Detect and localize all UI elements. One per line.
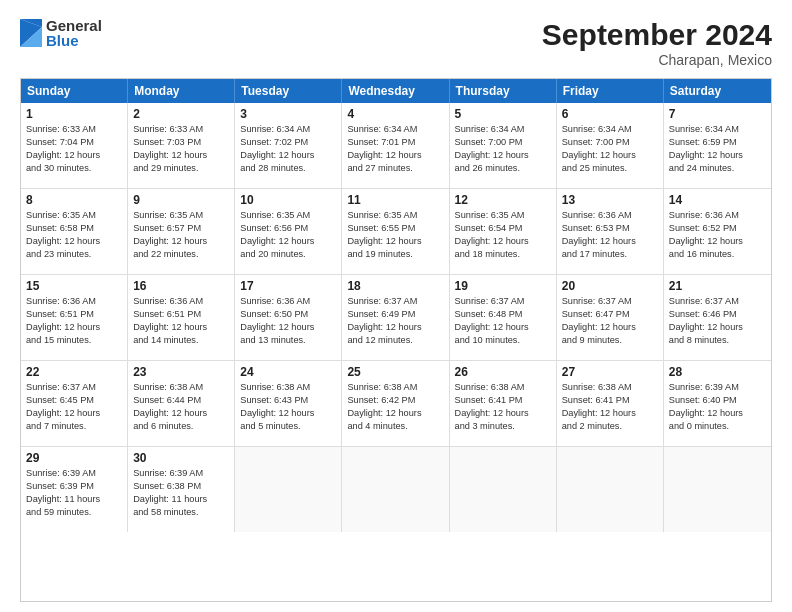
header-wednesday: Wednesday bbox=[342, 79, 449, 103]
sunrise-line: Sunrise: 6:38 AM bbox=[347, 381, 443, 394]
sunrise-line: Sunrise: 6:37 AM bbox=[562, 295, 658, 308]
day-number: 26 bbox=[455, 365, 551, 379]
header-saturday: Saturday bbox=[664, 79, 771, 103]
sunrise-line: Sunrise: 6:35 AM bbox=[240, 209, 336, 222]
cal-cell-2-1: 16Sunrise: 6:36 AMSunset: 6:51 PMDayligh… bbox=[128, 275, 235, 360]
day-number: 24 bbox=[240, 365, 336, 379]
cal-cell-3-4: 26Sunrise: 6:38 AMSunset: 6:41 PMDayligh… bbox=[450, 361, 557, 446]
sunset-line: Sunset: 7:01 PM bbox=[347, 136, 443, 149]
cal-cell-3-3: 25Sunrise: 6:38 AMSunset: 6:42 PMDayligh… bbox=[342, 361, 449, 446]
daylight-line2: and 6 minutes. bbox=[133, 420, 229, 433]
daylight-line2: and 14 minutes. bbox=[133, 334, 229, 347]
day-number: 12 bbox=[455, 193, 551, 207]
daylight-line1: Daylight: 12 hours bbox=[26, 149, 122, 162]
cal-cell-2-2: 17Sunrise: 6:36 AMSunset: 6:50 PMDayligh… bbox=[235, 275, 342, 360]
day-number: 4 bbox=[347, 107, 443, 121]
daylight-line1: Daylight: 12 hours bbox=[26, 407, 122, 420]
cal-cell-4-3 bbox=[342, 447, 449, 532]
daylight-line1: Daylight: 12 hours bbox=[455, 321, 551, 334]
daylight-line1: Daylight: 12 hours bbox=[26, 235, 122, 248]
daylight-line1: Daylight: 12 hours bbox=[240, 321, 336, 334]
daylight-line2: and 25 minutes. bbox=[562, 162, 658, 175]
cal-cell-2-3: 18Sunrise: 6:37 AMSunset: 6:49 PMDayligh… bbox=[342, 275, 449, 360]
daylight-line2: and 15 minutes. bbox=[26, 334, 122, 347]
daylight-line2: and 24 minutes. bbox=[669, 162, 766, 175]
sunset-line: Sunset: 6:39 PM bbox=[26, 480, 122, 493]
daylight-line2: and 30 minutes. bbox=[26, 162, 122, 175]
daylight-line1: Daylight: 12 hours bbox=[669, 321, 766, 334]
sunset-line: Sunset: 6:51 PM bbox=[133, 308, 229, 321]
day-number: 2 bbox=[133, 107, 229, 121]
sunset-line: Sunset: 6:56 PM bbox=[240, 222, 336, 235]
sunset-line: Sunset: 6:55 PM bbox=[347, 222, 443, 235]
sunset-line: Sunset: 6:53 PM bbox=[562, 222, 658, 235]
cal-cell-1-3: 11Sunrise: 6:35 AMSunset: 6:55 PMDayligh… bbox=[342, 189, 449, 274]
daylight-line1: Daylight: 12 hours bbox=[240, 407, 336, 420]
day-number: 19 bbox=[455, 279, 551, 293]
day-number: 18 bbox=[347, 279, 443, 293]
subtitle: Charapan, Mexico bbox=[542, 52, 772, 68]
sunset-line: Sunset: 6:44 PM bbox=[133, 394, 229, 407]
daylight-line2: and 16 minutes. bbox=[669, 248, 766, 261]
day-number: 15 bbox=[26, 279, 122, 293]
sunrise-line: Sunrise: 6:36 AM bbox=[669, 209, 766, 222]
daylight-line2: and 12 minutes. bbox=[347, 334, 443, 347]
daylight-line2: and 10 minutes. bbox=[455, 334, 551, 347]
cal-cell-0-1: 2Sunrise: 6:33 AMSunset: 7:03 PMDaylight… bbox=[128, 103, 235, 188]
day-number: 8 bbox=[26, 193, 122, 207]
sunrise-line: Sunrise: 6:35 AM bbox=[133, 209, 229, 222]
daylight-line1: Daylight: 12 hours bbox=[669, 407, 766, 420]
header-tuesday: Tuesday bbox=[235, 79, 342, 103]
daylight-line2: and 59 minutes. bbox=[26, 506, 122, 519]
day-number: 27 bbox=[562, 365, 658, 379]
daylight-line1: Daylight: 12 hours bbox=[347, 149, 443, 162]
header-thursday: Thursday bbox=[450, 79, 557, 103]
day-number: 16 bbox=[133, 279, 229, 293]
day-number: 3 bbox=[240, 107, 336, 121]
cal-cell-3-2: 24Sunrise: 6:38 AMSunset: 6:43 PMDayligh… bbox=[235, 361, 342, 446]
cal-cell-2-4: 19Sunrise: 6:37 AMSunset: 6:48 PMDayligh… bbox=[450, 275, 557, 360]
daylight-line1: Daylight: 12 hours bbox=[347, 321, 443, 334]
sunrise-line: Sunrise: 6:33 AM bbox=[133, 123, 229, 136]
sunset-line: Sunset: 6:47 PM bbox=[562, 308, 658, 321]
day-number: 13 bbox=[562, 193, 658, 207]
sunrise-line: Sunrise: 6:37 AM bbox=[455, 295, 551, 308]
cal-row-1: 8Sunrise: 6:35 AMSunset: 6:58 PMDaylight… bbox=[21, 189, 771, 275]
sunrise-line: Sunrise: 6:37 AM bbox=[26, 381, 122, 394]
sunrise-line: Sunrise: 6:34 AM bbox=[240, 123, 336, 136]
logo-blue-text: Blue bbox=[46, 33, 102, 48]
daylight-line1: Daylight: 12 hours bbox=[455, 407, 551, 420]
sunset-line: Sunset: 6:45 PM bbox=[26, 394, 122, 407]
sunrise-line: Sunrise: 6:35 AM bbox=[26, 209, 122, 222]
daylight-line1: Daylight: 12 hours bbox=[133, 235, 229, 248]
page: General Blue September 2024 Charapan, Me… bbox=[0, 0, 792, 612]
cal-cell-2-0: 15Sunrise: 6:36 AMSunset: 6:51 PMDayligh… bbox=[21, 275, 128, 360]
sunrise-line: Sunrise: 6:34 AM bbox=[347, 123, 443, 136]
daylight-line2: and 22 minutes. bbox=[133, 248, 229, 261]
cal-cell-2-6: 21Sunrise: 6:37 AMSunset: 6:46 PMDayligh… bbox=[664, 275, 771, 360]
cal-row-4: 29Sunrise: 6:39 AMSunset: 6:39 PMDayligh… bbox=[21, 447, 771, 532]
logo-general-text: General bbox=[46, 18, 102, 33]
day-number: 1 bbox=[26, 107, 122, 121]
daylight-line1: Daylight: 12 hours bbox=[133, 321, 229, 334]
daylight-line2: and 7 minutes. bbox=[26, 420, 122, 433]
sunset-line: Sunset: 7:03 PM bbox=[133, 136, 229, 149]
logo-text: General Blue bbox=[46, 18, 102, 48]
sunrise-line: Sunrise: 6:38 AM bbox=[133, 381, 229, 394]
sunset-line: Sunset: 6:51 PM bbox=[26, 308, 122, 321]
cal-cell-4-0: 29Sunrise: 6:39 AMSunset: 6:39 PMDayligh… bbox=[21, 447, 128, 532]
logo-icon bbox=[20, 19, 42, 47]
daylight-line1: Daylight: 12 hours bbox=[562, 235, 658, 248]
title-section: September 2024 Charapan, Mexico bbox=[542, 18, 772, 68]
cal-cell-4-1: 30Sunrise: 6:39 AMSunset: 6:38 PMDayligh… bbox=[128, 447, 235, 532]
sunset-line: Sunset: 6:50 PM bbox=[240, 308, 336, 321]
daylight-line2: and 19 minutes. bbox=[347, 248, 443, 261]
sunset-line: Sunset: 6:48 PM bbox=[455, 308, 551, 321]
sunset-line: Sunset: 6:46 PM bbox=[669, 308, 766, 321]
sunrise-line: Sunrise: 6:38 AM bbox=[562, 381, 658, 394]
cal-cell-4-6 bbox=[664, 447, 771, 532]
cal-cell-1-4: 12Sunrise: 6:35 AMSunset: 6:54 PMDayligh… bbox=[450, 189, 557, 274]
sunset-line: Sunset: 7:04 PM bbox=[26, 136, 122, 149]
sunset-line: Sunset: 6:58 PM bbox=[26, 222, 122, 235]
cal-cell-1-5: 13Sunrise: 6:36 AMSunset: 6:53 PMDayligh… bbox=[557, 189, 664, 274]
